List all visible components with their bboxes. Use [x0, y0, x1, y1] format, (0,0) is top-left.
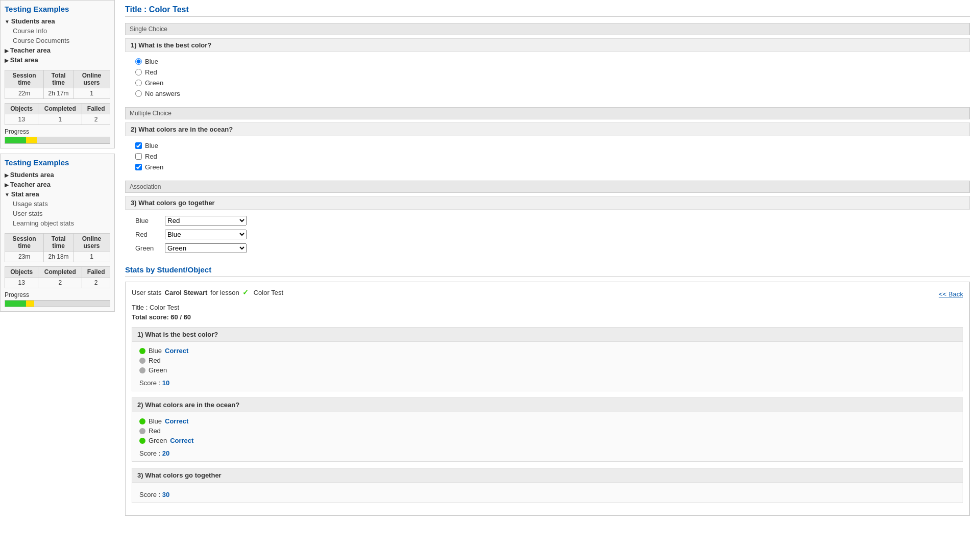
assoc-row-blue: Blue Red Blue Green	[125, 214, 970, 228]
sidebar-2-students-area[interactable]: Students area	[5, 170, 110, 180]
q1-text: 1) What is the best color?	[125, 38, 970, 52]
dot-gray-q1-red	[139, 358, 145, 364]
sidebar-1-teacher-area[interactable]: Teacher area	[5, 45, 110, 55]
stat-q3-score: Score : 30	[139, 491, 955, 498]
dot-gray-q1-green	[139, 367, 145, 373]
stat-q1-opt-blue: Blue Correct	[139, 346, 955, 356]
sidebar-2-stats-table: Session time Total time Online users 23m…	[5, 233, 110, 262]
sidebar-1-stats-table-2: Objects Completed Failed 13 1 2	[5, 103, 110, 125]
score-val-q1: 10	[162, 379, 169, 387]
sidebar-2-user-stats[interactable]: User stats	[5, 209, 110, 218]
progress-label-1: Progress	[5, 128, 110, 135]
online-users-val-2: 1	[74, 252, 110, 262]
q2-option-red[interactable]: Red	[125, 151, 970, 162]
progress-green-2	[5, 300, 26, 307]
progress-bar-1	[5, 137, 110, 144]
sidebar-1-title: Testing Examples	[5, 5, 110, 13]
session-time-header-2: Session time	[5, 234, 44, 252]
stat-q1-opt-red: Red	[139, 356, 955, 365]
single-choice-header: Single Choice	[125, 23, 970, 35]
user-stats-info: User stats Carol Stewart for lesson Colo…	[132, 288, 283, 296]
score-val-q3: 30	[162, 491, 169, 498]
q1-radio-red[interactable]	[135, 69, 142, 76]
sidebar-1-stat-area[interactable]: Stat area	[5, 55, 110, 65]
sidebar-2-teacher-area[interactable]: Teacher area	[5, 180, 110, 189]
sidebar-1-students-area[interactable]: Students area	[5, 16, 110, 26]
stat-q1-body: Blue Correct Red Green Score : 10	[132, 342, 963, 391]
total-score: Total score: 60 / 60	[132, 313, 963, 321]
assoc-label-red: Red	[135, 231, 161, 238]
stat-q1-opt-green: Green	[139, 365, 955, 375]
assoc-select-green[interactable]: Red Blue Green	[165, 243, 247, 253]
dot-green-q2-green	[139, 438, 145, 444]
multiple-choice-header: Multiple Choice	[125, 107, 970, 119]
sidebar-2-stat-area[interactable]: Stat area	[5, 189, 110, 199]
assoc-row-red: Red Red Blue Green	[125, 228, 970, 241]
dot-green-q1-blue	[139, 348, 145, 354]
multiple-choice-section: Multiple Choice 2) What colors are in th…	[125, 107, 970, 172]
failed-header: Failed	[82, 104, 110, 114]
stat-q3-header: 3) What colors go together	[132, 468, 963, 483]
failed-header-2: Failed	[82, 267, 110, 278]
q1-radio-no-answers[interactable]	[135, 90, 142, 97]
q3-text: 3) What colors go together	[125, 196, 970, 210]
q2-checkbox-blue[interactable]	[135, 142, 142, 149]
total-time-val-2: 2h 18m	[44, 252, 74, 262]
total-score-value: 60 / 60	[170, 313, 191, 321]
association-header: Association	[125, 181, 970, 193]
online-users-val: 1	[74, 88, 110, 99]
correct-q1-blue: Correct	[165, 347, 188, 355]
completed-val-2: 2	[38, 278, 82, 288]
sidebar-1-course-info[interactable]: Course Info	[5, 26, 110, 36]
total-time-header-2: Total time	[44, 234, 74, 252]
q2-text: 2) What colors are in the ocean?	[125, 122, 970, 136]
progress-label-2: Progress	[5, 291, 110, 298]
back-link[interactable]: << Back	[939, 290, 963, 298]
progress-yellow-1	[26, 137, 37, 143]
online-users-header: Online users	[74, 70, 110, 88]
sidebar-2-learning-object-stats[interactable]: Learning object stats	[5, 218, 110, 228]
stat-q1-block: 1) What is the best color? Blue Correct …	[132, 327, 963, 391]
sidebar-2-stats-table-2: Objects Completed Failed 13 2 2	[5, 266, 110, 288]
q2-checkbox-green[interactable]	[135, 164, 142, 170]
assoc-select-blue[interactable]: Red Blue Green	[165, 216, 247, 226]
stat-q2-opt-red: Red	[139, 426, 955, 436]
q1-option-blue[interactable]: Blue	[125, 56, 970, 67]
assoc-label-blue: Blue	[135, 217, 161, 224]
q2-option-blue[interactable]: Blue	[125, 140, 970, 151]
session-time-val-2: 23m	[5, 252, 44, 262]
total-time-header: Total time	[44, 70, 74, 88]
total-time-val: 2h 17m	[44, 88, 74, 99]
q2-checkbox-red[interactable]	[135, 153, 142, 160]
dot-green-q2-blue	[139, 418, 145, 424]
session-time-val: 22m	[5, 88, 44, 99]
assoc-label-green: Green	[135, 244, 161, 252]
progress-bar-2	[5, 300, 110, 307]
sidebar-1-course-documents[interactable]: Course Documents	[5, 36, 110, 45]
q1-option-red[interactable]: Red	[125, 67, 970, 78]
user-name: Carol Stewart	[165, 289, 208, 296]
stat-q2-body: Blue Correct Red Green Correct Score : 2…	[132, 412, 963, 461]
stats-section-title: Stats by Student/Object	[125, 265, 970, 277]
stat-q3-body: Score : 30	[132, 483, 963, 503]
completed-val: 1	[38, 114, 82, 125]
lesson-name: Color Test	[254, 289, 283, 296]
sidebar-2-usage-stats[interactable]: Usage stats	[5, 199, 110, 209]
completed-header-2: Completed	[38, 267, 82, 278]
check-icon	[242, 288, 251, 296]
failed-val: 2	[82, 114, 110, 125]
stat-q2-header: 2) What colors are in the ocean?	[132, 398, 963, 412]
q1-radio-green[interactable]	[135, 80, 142, 86]
q1-option-no-answers[interactable]: No answers	[125, 88, 970, 99]
stat-q2-opt-green: Green Correct	[139, 436, 955, 445]
objects-header: Objects	[5, 104, 38, 114]
q1-option-green[interactable]: Green	[125, 78, 970, 88]
sidebar-2: Testing Examples Students area Teacher a…	[0, 154, 115, 312]
q2-option-green[interactable]: Green	[125, 162, 970, 172]
progress-yellow-2	[26, 300, 34, 307]
assoc-row-green: Green Red Blue Green	[125, 241, 970, 255]
main-content: Title : Color Test Single Choice 1) What…	[115, 0, 980, 521]
assoc-select-red[interactable]: Red Blue Green	[165, 230, 247, 239]
q1-radio-blue[interactable]	[135, 58, 142, 65]
single-choice-section: Single Choice 1) What is the best color?…	[125, 23, 970, 99]
